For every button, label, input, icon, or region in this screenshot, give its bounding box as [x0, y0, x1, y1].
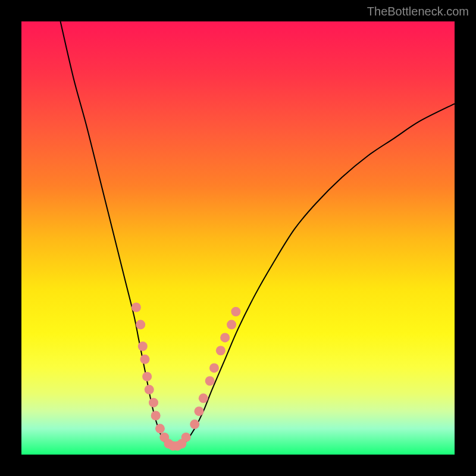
- marker-point: [136, 320, 145, 330]
- marker-point: [151, 411, 161, 420]
- marker-point: [194, 406, 203, 416]
- marker-point: [149, 398, 158, 408]
- marker-point: [142, 372, 152, 381]
- marker-point: [205, 376, 215, 386]
- marker-point: [220, 333, 230, 342]
- marker-point: [231, 307, 240, 317]
- chart-container: [21, 21, 455, 455]
- marker-point: [181, 433, 191, 442]
- marker-point: [145, 385, 154, 394]
- gradient-background: [21, 21, 455, 455]
- marker-point: [138, 342, 148, 351]
- marker-point: [140, 355, 149, 364]
- marker-point: [199, 393, 208, 403]
- chart-svg: [21, 21, 455, 455]
- marker-point: [155, 424, 165, 433]
- marker-point: [216, 346, 226, 355]
- marker-point: [227, 320, 236, 330]
- marker-point: [131, 302, 141, 312]
- marker-point: [190, 419, 199, 429]
- watermark-text: TheBottleneck.com: [367, 5, 469, 18]
- marker-point: [209, 363, 219, 372]
